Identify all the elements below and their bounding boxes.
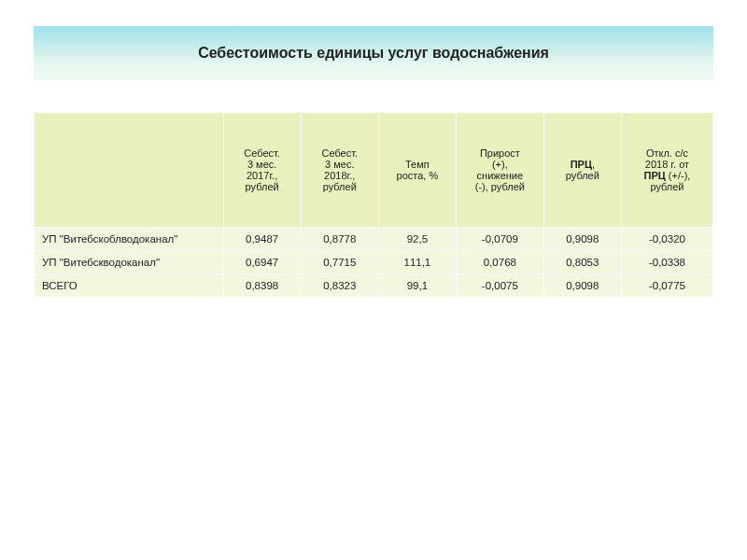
table-row-total: ВСЕГО 0,8398 0,8323 99,1 -0,0075 0,9098 …	[35, 274, 713, 298]
cell: -0,0320	[621, 228, 712, 251]
data-table: Себест.3 мес.2017г.,рублей Себест.3 мес.…	[34, 112, 713, 298]
col-header-delta: Прирост(+),снижение(-), рублей	[456, 113, 543, 228]
cell: 0,8398	[223, 274, 301, 298]
cell: 0,7715	[301, 251, 378, 274]
cell: 99,1	[378, 274, 456, 298]
cell: 111,1	[378, 251, 456, 274]
col-header-growth: Темпроста, %	[378, 113, 456, 228]
row-label: УП "Витебскводоканал"	[35, 251, 224, 274]
title-bar: Себестоимость единицы услуг водоснабжени…	[34, 26, 713, 80]
col-header-prc: ПРЦ,рублей	[543, 113, 621, 228]
data-table-wrap: Себест.3 мес.2017г.,рублей Себест.3 мес.…	[34, 112, 713, 298]
cell: 0,6947	[223, 251, 301, 274]
row-label: ВСЕГО	[35, 274, 224, 298]
cell: 0,0768	[456, 251, 543, 274]
cell: 0,8053	[543, 251, 621, 274]
cell: 92,5	[378, 228, 456, 251]
cell: 0,8778	[301, 228, 378, 251]
row-label: УП "Витебскоблводоканал"	[35, 228, 224, 251]
cell: -0,0775	[621, 274, 712, 298]
cell: -0,0338	[621, 251, 712, 274]
cell: 0,9098	[543, 228, 621, 251]
col-header-empty	[35, 113, 224, 228]
table-header-row: Себест.3 мес.2017г.,рублей Себест.3 мес.…	[35, 113, 713, 228]
cell: 0,9098	[543, 274, 621, 298]
table-row: УП "Витебскоблводоканал" 0,9487 0,8778 9…	[35, 228, 713, 251]
page-title: Себестоимость единицы услуг водоснабжени…	[198, 45, 549, 62]
table-row: УП "Витебскводоканал" 0,6947 0,7715 111,…	[35, 251, 713, 274]
cell: 0,9487	[223, 228, 301, 251]
col-header-devprc: Откл. с/с2018 г. отПРЦ (+/-),рублей	[621, 113, 712, 228]
col-header-2017: Себест.3 мес.2017г.,рублей	[223, 113, 301, 228]
cell: 0,8323	[301, 274, 378, 298]
cell: -0,0709	[456, 228, 543, 251]
col-header-2018: Себест.3 мес.2018г.,рублей	[301, 113, 378, 228]
cell: -0,0075	[456, 274, 543, 298]
